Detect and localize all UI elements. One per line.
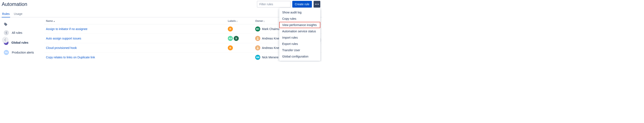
carousel-prev-button[interactable] bbox=[2, 37, 8, 43]
more-horizontal-icon bbox=[315, 4, 319, 5]
project-avatar: PA bbox=[4, 50, 9, 55]
menu-item-transfer-user[interactable]: Transfer User bbox=[279, 47, 320, 53]
label-chip[interactable]: R bbox=[228, 45, 233, 50]
chevron-left-circle-icon bbox=[4, 30, 9, 35]
sidebar-item-label: Global rules bbox=[12, 41, 28, 44]
menu-item-export-rules[interactable]: Export rules bbox=[279, 41, 320, 47]
tab-usage[interactable]: Usage bbox=[14, 11, 23, 17]
menu-item-automation-service-status[interactable]: Automation service status bbox=[279, 28, 320, 34]
owner-avatar: NM bbox=[255, 55, 260, 60]
svg-point-1 bbox=[316, 4, 317, 5]
rule-link[interactable]: Assign to initiator if no assignee bbox=[46, 27, 88, 31]
menu-item-copy-rules[interactable]: Copy rules bbox=[279, 15, 320, 22]
menu-item-view-performance-insights[interactable]: View performance insights bbox=[279, 22, 320, 28]
sort-asc-icon: ▲ bbox=[53, 20, 55, 22]
create-rule-button[interactable]: Create rule bbox=[292, 1, 312, 7]
svg-point-2 bbox=[318, 4, 319, 5]
rule-link[interactable]: Auto assign support issues bbox=[46, 37, 81, 40]
menu-item-import-rules[interactable]: Import rules bbox=[279, 34, 320, 41]
sidebar-item-all[interactable]: All rules bbox=[3, 29, 42, 37]
col-labels[interactable]: Labels◇ bbox=[226, 17, 254, 24]
svg-point-4 bbox=[257, 47, 258, 48]
owner-avatar bbox=[255, 45, 260, 50]
menu-item-global-configuration[interactable]: Global configuration bbox=[279, 53, 320, 60]
rule-link[interactable]: Cloud provisioned hook bbox=[46, 46, 77, 50]
menu-item-show-audit-log[interactable]: Show audit log bbox=[279, 9, 320, 15]
sidebar-item-global[interactable]: Global rules bbox=[3, 39, 42, 46]
owner-avatar bbox=[255, 36, 260, 41]
col-name[interactable]: Name▲ bbox=[44, 17, 226, 24]
sidebar-tag-row[interactable] bbox=[3, 21, 42, 28]
label-chip[interactable]: S bbox=[234, 36, 239, 41]
tab-rules[interactable]: Rules bbox=[2, 11, 10, 17]
rule-link[interactable]: Copy relates to links on Duplicate link bbox=[46, 56, 95, 59]
svg-point-0 bbox=[315, 4, 316, 5]
page-header: Automation Create rule bbox=[0, 0, 322, 8]
tabs: RulesUsage bbox=[0, 11, 322, 17]
more-actions-menu: Show audit logCopy rulesView performance… bbox=[279, 8, 320, 61]
sidebar-item-label: Production alerts bbox=[12, 51, 34, 54]
chevron-left-icon bbox=[4, 38, 6, 41]
header-actions: Create rule bbox=[257, 1, 320, 7]
label-chip[interactable]: AA bbox=[228, 36, 233, 41]
sort-icon: ◇ bbox=[236, 20, 238, 22]
sort-icon: ◇ bbox=[264, 20, 265, 22]
sidebar-item-production-alerts[interactable]: PAProduction alerts bbox=[3, 49, 42, 56]
tag-icon bbox=[4, 22, 8, 27]
sidebar-item-label: All rules bbox=[12, 31, 22, 34]
label-chip[interactable]: R bbox=[228, 26, 233, 31]
more-actions-button[interactable] bbox=[314, 1, 320, 7]
page-title: Automation bbox=[2, 1, 27, 7]
owner-avatar: MC bbox=[255, 26, 260, 31]
content: All rulesGlobal rulesPAProduction alerts… bbox=[0, 17, 322, 62]
filter-rules-input[interactable] bbox=[257, 1, 290, 7]
svg-point-3 bbox=[257, 37, 258, 38]
